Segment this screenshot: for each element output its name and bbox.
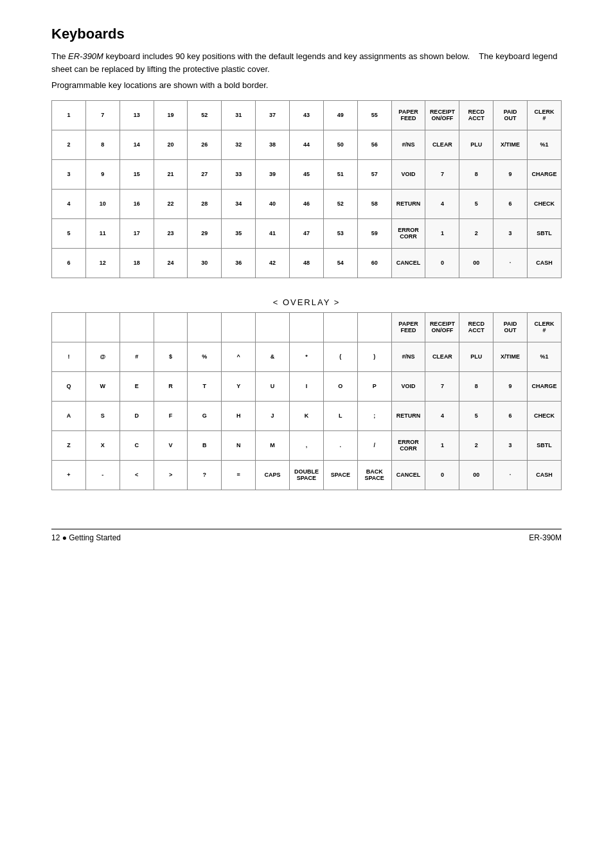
key-cell: CASH [528,461,562,490]
key-cell: 4 [425,190,459,219]
key-cell: 42 [256,249,290,278]
key-cell: 26 [188,130,222,160]
key-cell: W [85,372,120,402]
key-cell: 1 [52,101,86,130]
key-cell: 13 [120,101,154,130]
key-cell: SBTL [528,431,562,461]
key-cell: 50 [323,130,357,160]
key-cell: RETURN [391,190,425,219]
key-cell: CANCEL [391,461,425,490]
key-cell [323,313,357,342]
key-cell: + [52,461,86,490]
key-cell: CHECK [528,402,562,431]
key-cell: 55 [357,101,391,130]
page-footer: 12 ● Getting Started ER-390M [51,529,562,542]
key-cell: CLEAR [425,130,459,160]
key-cell: ( [323,342,357,372]
key-cell: 47 [290,219,324,249]
key-cell: X/TIME [493,130,528,160]
key-cell: E [120,372,154,402]
key-cell: J [256,402,290,431]
overlay-label: < OVERLAY > [51,297,562,307]
key-cell: H [222,402,256,431]
key-cell: D [120,402,154,431]
key-cell: 1 [425,219,459,249]
key-cell: 17 [120,219,154,249]
key-cell: 24 [154,249,188,278]
key-cell: 1 [425,431,459,461]
key-cell: 54 [323,249,357,278]
key-cell: PLU [459,130,493,160]
key-cell: 29 [188,219,222,249]
key-cell: X/TIME [493,342,528,372]
key-cell: CASH [528,249,562,278]
key-cell: Q [52,372,86,402]
key-cell: PAIDOUT [493,313,528,342]
key-cell: , [290,431,324,461]
key-cell: SPACE [323,461,357,490]
key-cell: 44 [290,130,324,160]
key-cell: 5 [459,402,493,431]
key-cell: CLEAR [425,342,459,372]
key-cell: M [256,431,290,461]
key-cell: 8 [85,130,120,160]
keyboard1: 171319523137434955PAPERFEEDRECEIPTON/OFF… [51,100,562,278]
key-cell: 38 [256,130,290,160]
key-cell: PLU [459,342,493,372]
key-cell: 22 [154,190,188,219]
key-cell: DOUBLESPACE [290,461,324,490]
key-cell: - [85,461,120,490]
key-cell: G [188,402,222,431]
key-cell [188,313,222,342]
key-cell: 39 [256,160,290,190]
footer-right: ER-390M [529,533,562,542]
key-cell: 21 [154,160,188,190]
key-cell: 43 [290,101,324,130]
key-cell: CLERK# [528,101,562,130]
key-cell: 3 [493,219,528,249]
page-title: Keyboards [51,26,562,42]
key-cell: Z [52,431,86,461]
key-cell: 52 [323,190,357,219]
key-cell: 19 [154,101,188,130]
key-cell: 4 [52,190,86,219]
key-cell: PAIDOUT [493,101,528,130]
key-cell: PAPERFEED [391,313,425,342]
key-cell: 58 [357,190,391,219]
key-cell: CHARGE [528,372,562,402]
key-cell: 36 [222,249,256,278]
key-cell: R [154,372,188,402]
key-cell: 9 [85,160,120,190]
key-cell: 7 [85,101,120,130]
key-cell: $ [154,342,188,372]
key-cell: 7 [425,372,459,402]
key-cell: 12 [85,249,120,278]
key-cell: ! [52,342,86,372]
key-cell: 32 [222,130,256,160]
note-text: Programmable key locations are shown wit… [51,80,562,90]
key-cell: T [188,372,222,402]
key-cell: 51 [323,160,357,190]
key-cell: 27 [188,160,222,190]
key-cell: % [188,342,222,372]
key-cell: RETURN [391,402,425,431]
key-cell: 37 [256,101,290,130]
key-cell: * [290,342,324,372]
key-cell: · [493,461,528,490]
key-cell: · [493,249,528,278]
key-cell [154,313,188,342]
key-cell: 9 [493,160,528,190]
key-cell: RECEIPTON/OFF [425,101,459,130]
key-cell: C [120,431,154,461]
key-cell: 46 [290,190,324,219]
key-cell: ; [357,402,391,431]
key-cell: 5 [459,190,493,219]
key-cell: = [222,461,256,490]
key-cell: 18 [120,249,154,278]
key-cell [357,313,391,342]
key-cell: ERRORCORR [391,431,425,461]
key-cell: 31 [222,101,256,130]
key-cell: 9 [493,372,528,402]
key-cell: 0 [425,249,459,278]
key-cell: 7 [425,160,459,190]
